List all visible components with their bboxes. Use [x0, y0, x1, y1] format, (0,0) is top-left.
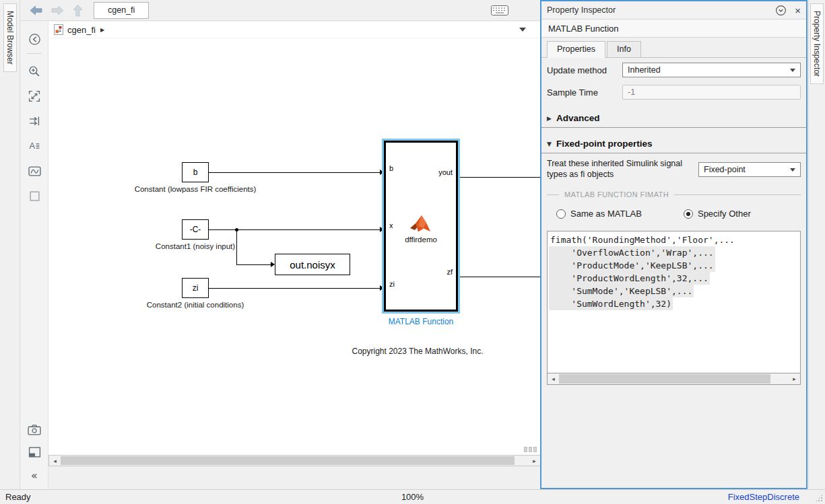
forward-arrow-icon [51, 5, 64, 15]
signal-wire [236, 229, 237, 264]
property-inspector-title: Property Inspector [547, 5, 775, 15]
tab-info[interactable]: Info [607, 41, 641, 58]
radio-same-as-matlab[interactable] [556, 209, 566, 219]
model-icon [54, 24, 63, 35]
radio-specify-other-label: Specify Other [698, 209, 751, 219]
block-matlab-function[interactable]: b x zi yout zf dffirdemo [384, 141, 458, 312]
sample-time-row: Sample Time -1 [541, 80, 806, 102]
property-inspector-header: Property Inspector × [541, 1, 806, 20]
collapsed-arrow-icon: ▶ [547, 115, 552, 122]
annotation-icon: A [28, 140, 40, 152]
input-port-label: zi [389, 280, 395, 288]
block-caption: Constant1 (noisy input) [156, 242, 235, 250]
property-inspector-tab[interactable]: Property Inspector [810, 3, 824, 84]
diagram-canvas[interactable]: b Constant (lowpass FIR coefficients) -C… [48, 38, 541, 455]
scroll-right-icon[interactable]: ▸ [529, 456, 540, 466]
block-to-workspace[interactable]: out.noisyx [275, 254, 350, 275]
simulink-window: Model Browser Property Inspector cg [0, 0, 825, 504]
fimath-radio-row: Same as MATLAB Specify Other [541, 200, 806, 227]
fimath-code[interactable]: fimath('RoundingMethod','Floor',... 'Ove… [547, 231, 801, 373]
route-signals-button[interactable] [27, 114, 42, 129]
code-line: 'SumMode','KeepLSB',... [549, 285, 694, 297]
chevron-down-icon [790, 69, 795, 75]
zoom-level: 100% [0, 492, 825, 502]
breadcrumb: cgen_fi ▶ [48, 22, 541, 38]
inspector-tabs: Properties Info [541, 38, 806, 58]
panel-menu-button[interactable] [775, 5, 787, 16]
fit-to-view-icon [28, 90, 40, 102]
fimath-horizontal-scrollbar[interactable]: ◂ ▸ [547, 373, 801, 385]
fit-to-view-button[interactable] [27, 89, 42, 104]
scrollbar-thumb[interactable] [559, 374, 770, 384]
breadcrumb-caret-icon: ▶ [100, 27, 104, 33]
radio-same-as-matlab-label: Same as MATLAB [570, 209, 642, 219]
keyboard-shortcuts-button[interactable] [491, 5, 508, 15]
copyright-annotation: Copyright 2023 The MathWorks, Inc. [317, 347, 519, 356]
scroll-left-icon[interactable]: ◂ [49, 456, 61, 466]
close-panel-button[interactable]: × [795, 5, 801, 15]
canvas-horizontal-scrollbar[interactable]: ◂ ▸ [48, 455, 541, 466]
wire-arrowhead [271, 262, 277, 267]
pane-control-icon[interactable] [524, 447, 537, 452]
tab-properties[interactable]: Properties [547, 41, 605, 58]
scroll-right-icon[interactable]: ▸ [789, 373, 800, 384]
solver-link[interactable]: FixedStepDiscrete [728, 492, 799, 502]
advanced-section-header[interactable]: ▶ Advanced [541, 107, 806, 128]
code-line: 'ProductWordLength',32,... [549, 272, 710, 285]
update-method-select[interactable]: Inherited [622, 63, 801, 77]
double-arrow-icon [28, 115, 40, 127]
camera-icon [28, 424, 41, 435]
left-dock-strip: Model Browser [0, 0, 20, 489]
output-port-label: zf [447, 268, 453, 276]
fimath-group-label: MATLAB FUNCTION FIMATH [564, 190, 669, 199]
code-line: 'ProductMode','KeepLSB',... [549, 259, 715, 272]
update-method-row: Update method Inherited [541, 58, 806, 80]
model-document-tab[interactable]: cgen_fi [94, 2, 149, 19]
block-caption: Constant (lowpass FIR coefficients) [135, 185, 257, 193]
fi-objects-label: Treat these inherited Simulink signal ty… [547, 159, 683, 180]
signal-wire [458, 277, 541, 277]
area-icon [29, 190, 40, 202]
collapse-toolbar-button[interactable]: « [27, 468, 42, 482]
property-inspector-panel: Property Inspector × MATLAB Function Pro… [540, 0, 807, 489]
fimath-group-divider: MATLAB FUNCTION FIMATH [541, 182, 806, 200]
code-line: fimath('RoundingMethod','Floor',... [549, 233, 736, 246]
code-line: 'SumWordLength',32) [549, 297, 673, 310]
code-line: 'OverflowAction','Wrap',... [549, 246, 715, 259]
back-arrow-icon [30, 5, 42, 15]
forward-button[interactable] [51, 5, 64, 15]
radio-specify-other[interactable] [684, 209, 693, 219]
model-browser-tab[interactable]: Model Browser [3, 3, 17, 72]
zoom-in-button[interactable] [27, 64, 42, 79]
fi-objects-value: Fixed-point [704, 165, 746, 174]
browser-toggle-button[interactable] [27, 32, 42, 46]
breadcrumb-dropdown-icon[interactable] [519, 28, 526, 35]
fixed-point-section-header[interactable]: ▼ Fixed-point properties [541, 133, 806, 153]
fi-objects-select[interactable]: Fixed-point [698, 162, 801, 177]
annotation-button[interactable]: A [27, 139, 42, 153]
input-port-label: b [389, 164, 393, 172]
block-constant-b[interactable]: b [182, 162, 209, 182]
scrollbar-thumb[interactable] [61, 456, 515, 465]
up-to-parent-button[interactable] [73, 4, 83, 17]
back-button[interactable] [30, 5, 42, 15]
matlab-logo-icon [409, 214, 432, 233]
scroll-left-icon[interactable]: ◂ [548, 373, 559, 384]
breadcrumb-model-name[interactable]: cgen_fi [67, 25, 96, 35]
block-constant1[interactable]: -C- [182, 219, 209, 240]
keyboard-icon [491, 5, 508, 15]
circled-arrow-icon [28, 33, 41, 46]
area-select-button[interactable] [27, 188, 42, 203]
update-method-label: Update method [547, 65, 622, 75]
signal-viewer-button[interactable] [27, 164, 42, 178]
zoom-in-icon [28, 65, 40, 77]
toolbar-separator [27, 53, 42, 54]
sample-time-label: Sample Time [547, 87, 622, 98]
screenshot-button[interactable] [27, 422, 42, 437]
status-bar: Ready 100% FixedStepDiscrete [0, 489, 825, 504]
signal-wire [209, 172, 380, 173]
perspectives-button[interactable] [27, 445, 42, 460]
block-constant2[interactable]: zi [182, 278, 209, 298]
input-port-label: x [389, 221, 393, 229]
signal-wire [236, 264, 271, 265]
